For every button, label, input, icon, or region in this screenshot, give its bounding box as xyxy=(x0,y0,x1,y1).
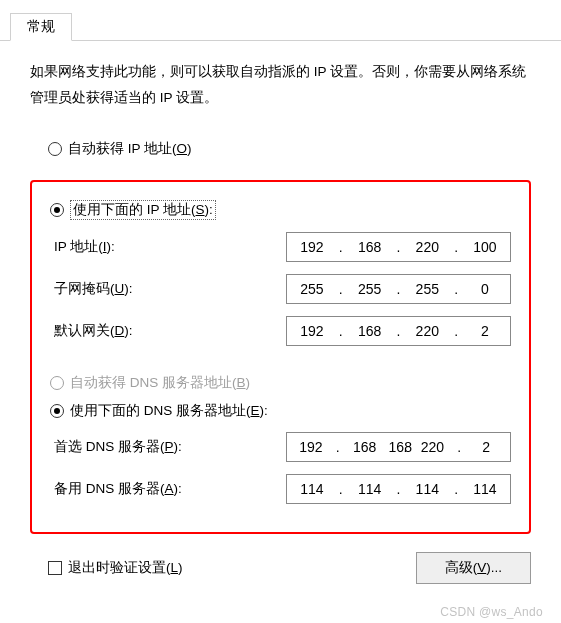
field-subnet-mask: 子网掩码(U): 255. 255. 255. 0 xyxy=(50,274,511,304)
radio-manual-ip[interactable]: 使用下面的 IP 地址(S): xyxy=(50,200,511,220)
radio-icon xyxy=(50,203,64,217)
subnet-mask-label: 子网掩码(U): xyxy=(50,280,286,298)
watermark-text: CSDN @ws_Ando xyxy=(440,605,543,619)
alternate-dns-input[interactable]: 114. 114. 114. 114 xyxy=(286,474,511,504)
checkbox-icon xyxy=(48,561,62,575)
advanced-button[interactable]: 高级(V)... xyxy=(416,552,531,584)
highlighted-settings: 使用下面的 IP 地址(S): IP 地址(I): 192. 168. 220.… xyxy=(30,180,531,534)
radio-auto-ip[interactable]: 自动获得 IP 地址(O) xyxy=(48,140,513,158)
radio-label: 使用下面的 DNS 服务器地址(E): xyxy=(70,402,268,420)
radio-label: 自动获得 DNS 服务器地址(B) xyxy=(70,374,250,392)
dialog-body: 常规 如果网络支持此功能，则可以获取自动指派的 IP 设置。否则，你需要从网络系… xyxy=(0,0,561,584)
field-default-gateway: 默认网关(D): 192. 168. 220. 2 xyxy=(50,316,511,346)
radio-manual-dns[interactable]: 使用下面的 DNS 服务器地址(E): xyxy=(50,402,511,420)
preferred-dns-input[interactable]: 192. 168168. 220. 2 xyxy=(286,432,511,462)
ip-address-label: IP 地址(I): xyxy=(50,238,286,256)
radio-auto-dns: 自动获得 DNS 服务器地址(B) xyxy=(50,374,511,392)
default-gateway-label: 默认网关(D): xyxy=(50,322,286,340)
field-ip-address: IP 地址(I): 192. 168. 220. 100 xyxy=(50,232,511,262)
checkbox-label: 退出时验证设置(L) xyxy=(68,559,183,577)
default-gateway-input[interactable]: 192. 168. 220. 2 xyxy=(286,316,511,346)
ip-address-input[interactable]: 192. 168. 220. 100 xyxy=(286,232,511,262)
preferred-dns-label: 首选 DNS 服务器(P): xyxy=(50,438,286,456)
radio-label: 自动获得 IP 地址(O) xyxy=(68,140,192,158)
radio-icon xyxy=(50,376,64,390)
footer-row: 退出时验证设置(L) 高级(V)... xyxy=(0,534,561,584)
tab-bar: 常规 xyxy=(0,0,561,41)
alternate-dns-label: 备用 DNS 服务器(A): xyxy=(50,480,286,498)
tab-general[interactable]: 常规 xyxy=(10,13,72,41)
radio-label: 使用下面的 IP 地址(S): xyxy=(70,200,216,220)
ip-auto-group: 自动获得 IP 地址(O) xyxy=(30,124,531,178)
subnet-mask-input[interactable]: 255. 255. 255. 0 xyxy=(286,274,511,304)
radio-icon xyxy=(50,404,64,418)
field-alternate-dns: 备用 DNS 服务器(A): 114. 114. 114. 114 xyxy=(50,474,511,504)
field-preferred-dns: 首选 DNS 服务器(P): 192. 168168. 220. 2 xyxy=(50,432,511,462)
radio-icon xyxy=(48,142,62,156)
description-text: 如果网络支持此功能，则可以获取自动指派的 IP 设置。否则，你需要从网络系统管理… xyxy=(0,41,561,116)
content-area: 自动获得 IP 地址(O) 使用下面的 IP 地址(S): IP 地址(I): … xyxy=(0,124,561,534)
validate-on-exit-checkbox[interactable]: 退出时验证设置(L) xyxy=(48,559,183,577)
